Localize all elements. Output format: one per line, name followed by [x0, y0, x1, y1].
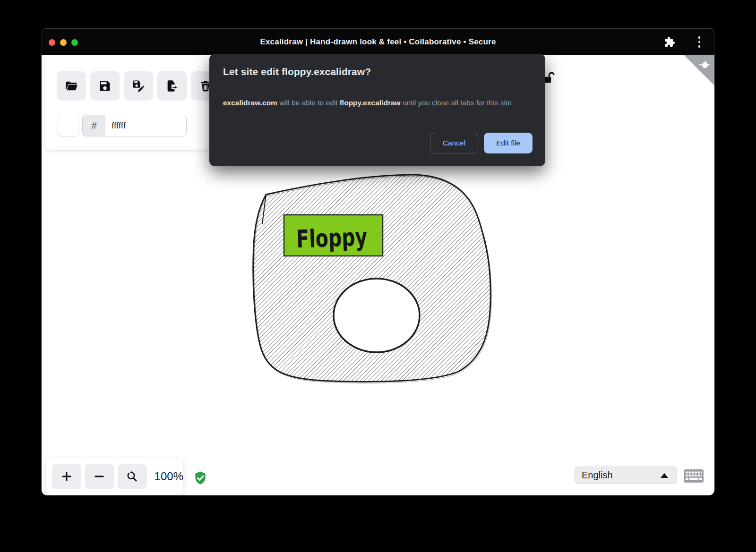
open-folder-icon — [65, 79, 78, 93]
zoom-level: 100% — [155, 470, 183, 483]
zoom-controls-island: 100% — [46, 458, 183, 495]
dialog-site-name: excalidraw.com — [223, 99, 277, 107]
dialog-actions: Cancel Edit file — [430, 133, 533, 153]
save-floppy-icon — [98, 79, 112, 93]
shield-check-icon — [193, 469, 208, 486]
floppy-label-text[interactable]: Floppy — [296, 222, 368, 253]
file-toolbar — [57, 71, 220, 101]
dialog-body: excalidraw.com will be able to edit flop… — [223, 95, 529, 110]
minus-icon — [93, 470, 105, 483]
floppy-disk-drawing[interactable]: Floppy — [253, 175, 491, 383]
zoom-out-button[interactable] — [85, 464, 114, 489]
dialog-title: Let site edit floppy.excalidraw? — [223, 66, 371, 77]
save-as-pencil-icon — [132, 79, 145, 93]
export-file-button[interactable] — [157, 71, 187, 101]
top-left-island-panel: # — [45, 55, 234, 150]
language-select-value: English — [582, 470, 613, 481]
desktop: { "window": { "title": "Excalidraw | Han… — [0, 0, 756, 552]
background-hex-input[interactable] — [105, 115, 186, 136]
kebab-menu-icon[interactable] — [695, 36, 704, 48]
zoom-in-button[interactable] — [52, 464, 81, 489]
background-color-swatch[interactable] — [58, 115, 79, 136]
reset-zoom-icon — [126, 470, 138, 483]
window-title: Excalidraw | Hand-drawn look & feel • Co… — [42, 28, 714, 55]
language-select[interactable]: English — [575, 467, 677, 484]
dialog-file-name: floppy.excalidraw — [340, 99, 401, 107]
canvas-background-control: # — [58, 115, 187, 136]
file-edit-permission-dialog: Let site edit floppy.excalidraw? excalid… — [209, 54, 545, 166]
plus-icon — [60, 470, 73, 483]
floppy-hub-hole[interactable] — [334, 279, 420, 352]
edit-file-button[interactable]: Edit file — [484, 133, 533, 153]
background-hex-field: # — [82, 115, 187, 136]
save-as-button[interactable] — [124, 71, 153, 101]
reset-zoom-button[interactable] — [118, 464, 147, 489]
cancel-button[interactable]: Cancel — [430, 133, 478, 153]
puzzle-extension-icon[interactable] — [664, 36, 675, 48]
open-file-button[interactable] — [57, 71, 86, 101]
save-file-button[interactable] — [90, 71, 120, 101]
export-file-icon — [165, 79, 179, 93]
hex-prefix: # — [83, 115, 105, 136]
window-titlebar[interactable]: Excalidraw | Hand-drawn look & feel • Co… — [42, 28, 714, 55]
caret-up-icon — [661, 473, 668, 478]
keyboard-icon[interactable] — [683, 469, 704, 483]
app-window: Floppy — [42, 28, 714, 495]
